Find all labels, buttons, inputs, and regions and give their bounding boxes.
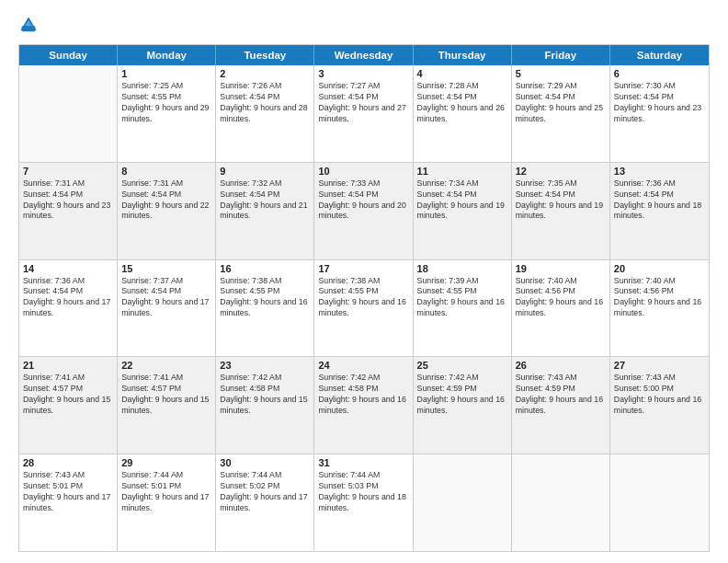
- sunrise-line: Sunrise: 7:41 AM: [121, 373, 211, 384]
- day-number: 29: [121, 457, 211, 468]
- day-number: 30: [220, 457, 310, 468]
- sunrise-line: Sunrise: 7:39 AM: [417, 276, 507, 287]
- calendar-week: 21 Sunrise: 7:41 AM Sunset: 4:57 PM Dayl…: [19, 357, 709, 454]
- day-number: 11: [417, 166, 507, 177]
- sunset-line: Sunset: 4:57 PM: [121, 384, 211, 395]
- calendar-cell: 19 Sunrise: 7:40 AM Sunset: 4:56 PM Dayl…: [512, 260, 610, 357]
- calendar-cell: 26 Sunrise: 7:43 AM Sunset: 4:59 PM Dayl…: [512, 357, 610, 454]
- sunrise-line: Sunrise: 7:37 AM: [121, 276, 211, 287]
- weekday-header: Friday: [512, 45, 610, 65]
- day-number: 23: [220, 360, 310, 371]
- day-number: 21: [23, 360, 113, 371]
- daylight-line: Daylight: 9 hours and 18 minutes.: [318, 492, 408, 514]
- daylight-line: Daylight: 9 hours and 17 minutes.: [121, 297, 211, 319]
- calendar-body: 1 Sunrise: 7:25 AM Sunset: 4:55 PM Dayli…: [19, 65, 709, 551]
- day-number: 18: [417, 263, 507, 274]
- sunrise-line: Sunrise: 7:40 AM: [614, 276, 705, 287]
- sunrise-line: Sunrise: 7:29 AM: [516, 81, 606, 92]
- calendar-cell: 27 Sunrise: 7:43 AM Sunset: 5:00 PM Dayl…: [610, 357, 709, 454]
- page: SundayMondayTuesdayWednesdayThursdayFrid…: [0, 0, 728, 563]
- sunset-line: Sunset: 4:59 PM: [417, 384, 507, 395]
- day-number: 14: [23, 263, 113, 274]
- day-number: 31: [318, 457, 408, 468]
- daylight-line: Daylight: 9 hours and 16 minutes.: [417, 297, 507, 319]
- calendar-cell: 28 Sunrise: 7:43 AM Sunset: 5:01 PM Dayl…: [19, 454, 118, 551]
- sunset-line: Sunset: 4:54 PM: [417, 190, 507, 201]
- daylight-line: Daylight: 9 hours and 15 minutes.: [23, 395, 113, 417]
- day-number: 26: [516, 360, 606, 371]
- sunset-line: Sunset: 4:54 PM: [23, 190, 113, 201]
- daylight-line: Daylight: 9 hours and 15 minutes.: [121, 395, 211, 417]
- sunrise-line: Sunrise: 7:40 AM: [516, 276, 606, 287]
- sunrise-line: Sunrise: 7:27 AM: [318, 81, 408, 92]
- day-number: 3: [318, 68, 408, 79]
- calendar: SundayMondayTuesdayWednesdayThursdayFrid…: [18, 44, 710, 552]
- sunrise-line: Sunrise: 7:44 AM: [220, 470, 310, 481]
- weekday-header: Thursday: [414, 45, 512, 65]
- calendar-cell: 1 Sunrise: 7:25 AM Sunset: 4:55 PM Dayli…: [118, 65, 216, 162]
- daylight-line: Daylight: 9 hours and 17 minutes.: [23, 297, 113, 319]
- calendar-cell: 15 Sunrise: 7:37 AM Sunset: 4:54 PM Dayl…: [118, 260, 216, 357]
- sunrise-line: Sunrise: 7:36 AM: [614, 178, 705, 190]
- day-number: 1: [121, 68, 211, 79]
- daylight-line: Daylight: 9 hours and 18 minutes.: [614, 201, 705, 223]
- day-number: 20: [614, 263, 705, 274]
- sunset-line: Sunset: 4:56 PM: [614, 286, 705, 297]
- sunset-line: Sunset: 4:54 PM: [614, 190, 705, 201]
- daylight-line: Daylight: 9 hours and 19 minutes.: [516, 201, 606, 223]
- sunset-line: Sunset: 4:57 PM: [23, 384, 113, 395]
- calendar-week: 1 Sunrise: 7:25 AM Sunset: 4:55 PM Dayli…: [19, 65, 709, 163]
- calendar-cell: 12 Sunrise: 7:35 AM Sunset: 4:54 PM Dayl…: [512, 163, 610, 259]
- sunset-line: Sunset: 4:58 PM: [220, 384, 310, 395]
- sunset-line: Sunset: 4:54 PM: [516, 190, 606, 201]
- daylight-line: Daylight: 9 hours and 29 minutes.: [121, 103, 211, 125]
- weekday-header: Saturday: [610, 45, 709, 65]
- calendar-cell: 6 Sunrise: 7:30 AM Sunset: 4:54 PM Dayli…: [610, 65, 709, 162]
- daylight-line: Daylight: 9 hours and 16 minutes.: [614, 297, 705, 319]
- calendar-cell: 16 Sunrise: 7:38 AM Sunset: 4:55 PM Dayl…: [216, 260, 314, 357]
- sunrise-line: Sunrise: 7:42 AM: [417, 373, 507, 384]
- sunset-line: Sunset: 4:54 PM: [516, 92, 606, 103]
- day-number: 15: [121, 263, 211, 274]
- day-number: 24: [318, 360, 408, 371]
- svg-rect-2: [22, 26, 36, 31]
- day-number: 27: [614, 360, 705, 371]
- daylight-line: Daylight: 9 hours and 23 minutes.: [23, 201, 113, 223]
- sunrise-line: Sunrise: 7:42 AM: [318, 373, 408, 384]
- calendar-cell: 14 Sunrise: 7:36 AM Sunset: 4:54 PM Dayl…: [19, 260, 118, 357]
- sunset-line: Sunset: 4:56 PM: [516, 286, 606, 297]
- sunset-line: Sunset: 4:54 PM: [23, 286, 113, 297]
- sunset-line: Sunset: 5:01 PM: [23, 481, 113, 492]
- day-number: 5: [516, 68, 606, 79]
- calendar-cell: 3 Sunrise: 7:27 AM Sunset: 4:54 PM Dayli…: [314, 65, 413, 162]
- calendar-cell: [19, 65, 118, 162]
- daylight-line: Daylight: 9 hours and 16 minutes.: [516, 297, 606, 319]
- sunrise-line: Sunrise: 7:42 AM: [220, 373, 310, 384]
- calendar-cell: 7 Sunrise: 7:31 AM Sunset: 4:54 PM Dayli…: [19, 163, 118, 259]
- sunset-line: Sunset: 4:59 PM: [516, 384, 606, 395]
- daylight-line: Daylight: 9 hours and 16 minutes.: [220, 297, 310, 319]
- sunrise-line: Sunrise: 7:43 AM: [23, 470, 113, 481]
- sunset-line: Sunset: 5:01 PM: [121, 481, 211, 492]
- day-number: 19: [516, 263, 606, 274]
- daylight-line: Daylight: 9 hours and 16 minutes.: [417, 395, 507, 417]
- weekday-header: Wednesday: [314, 45, 413, 65]
- sunrise-line: Sunrise: 7:43 AM: [614, 373, 705, 384]
- calendar-week: 28 Sunrise: 7:43 AM Sunset: 5:01 PM Dayl…: [19, 454, 709, 551]
- sunset-line: Sunset: 5:00 PM: [614, 384, 705, 395]
- daylight-line: Daylight: 9 hours and 20 minutes.: [318, 201, 408, 223]
- daylight-line: Daylight: 9 hours and 17 minutes.: [23, 492, 113, 514]
- day-number: 12: [516, 166, 606, 177]
- sunrise-line: Sunrise: 7:44 AM: [121, 470, 211, 481]
- sunset-line: Sunset: 5:03 PM: [318, 481, 408, 492]
- daylight-line: Daylight: 9 hours and 21 minutes.: [220, 201, 310, 223]
- calendar-header: SundayMondayTuesdayWednesdayThursdayFrid…: [19, 45, 709, 65]
- day-number: 25: [417, 360, 507, 371]
- calendar-cell: 2 Sunrise: 7:26 AM Sunset: 4:54 PM Dayli…: [216, 65, 314, 162]
- daylight-line: Daylight: 9 hours and 28 minutes.: [220, 103, 310, 125]
- sunrise-line: Sunrise: 7:31 AM: [23, 178, 113, 190]
- calendar-cell: 18 Sunrise: 7:39 AM Sunset: 4:55 PM Dayl…: [414, 260, 512, 357]
- calendar-week: 7 Sunrise: 7:31 AM Sunset: 4:54 PM Dayli…: [19, 163, 709, 260]
- day-number: 10: [318, 166, 408, 177]
- weekday-header: Sunday: [19, 45, 118, 65]
